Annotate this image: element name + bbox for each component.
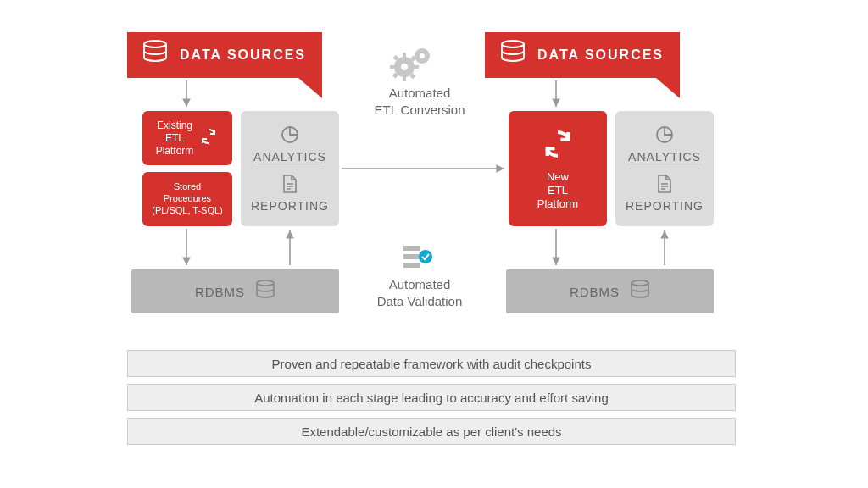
divider xyxy=(630,169,698,169)
analytics-label: ANALYTICS xyxy=(253,150,326,164)
rdbms-label: RDBMS xyxy=(195,285,245,299)
svg-rect-11 xyxy=(414,65,419,69)
rdbms-label: RDBMS xyxy=(570,285,620,299)
existing-etl-box: Existing ETL Platform xyxy=(142,111,232,165)
database-icon xyxy=(142,40,168,70)
flag-title: DATA SOURCES xyxy=(537,47,664,63)
svg-point-5 xyxy=(401,64,408,70)
database-icon xyxy=(630,280,650,304)
rdbms-right: RDBMS xyxy=(506,269,714,313)
bar-text: Proven and repeatable framework with aud… xyxy=(272,357,592,371)
rdbms-left: RDBMS xyxy=(131,269,339,313)
stored-procedures-box: Stored Procedures (PL/SQL, T-SQL) xyxy=(142,172,232,226)
sp-label: Stored Procedures (PL/SQL, T-SQL) xyxy=(152,181,223,216)
pie-icon xyxy=(655,125,674,147)
data-sources-flag-left: DATA SOURCES xyxy=(127,32,322,78)
benefit-bar-2: Automation in each stage leading to accu… xyxy=(127,384,736,411)
svg-point-7 xyxy=(420,53,425,58)
refresh-icon xyxy=(540,126,576,165)
validation-icon xyxy=(400,244,434,276)
etl-conversion-note: Automated ETL Conversion xyxy=(364,85,475,118)
diagram-canvas: DATA SOURCES DATA SOURCES Existing ETL P… xyxy=(0,0,868,488)
data-sources-flag-right: DATA SOURCES xyxy=(485,32,680,78)
pie-icon xyxy=(281,125,299,147)
benefit-bar-1: Proven and repeatable framework with aud… xyxy=(127,350,736,377)
database-icon xyxy=(500,40,526,70)
analytics-label: ANALYTICS xyxy=(628,150,701,164)
gears-icon xyxy=(390,44,437,85)
refresh-icon xyxy=(198,126,219,150)
svg-rect-10 xyxy=(390,65,395,69)
bar-text: Automation in each stage leading to accu… xyxy=(254,391,609,405)
svg-point-19 xyxy=(419,250,432,263)
data-validation-note: Automated Data Validation xyxy=(364,276,475,309)
database-icon xyxy=(255,280,275,304)
flag-title: DATA SOURCES xyxy=(180,47,306,63)
new-etl-label: New ETL Platform xyxy=(537,170,578,212)
flag-tail-right xyxy=(656,78,680,98)
svg-rect-17 xyxy=(403,254,420,259)
svg-rect-18 xyxy=(403,263,420,268)
reporting-label: REPORTING xyxy=(626,199,704,213)
svg-rect-9 xyxy=(403,76,406,81)
reporting-label: REPORTING xyxy=(251,199,329,213)
benefit-bar-3: Extendable/customizable as per client's … xyxy=(127,418,736,445)
svg-point-0 xyxy=(144,41,166,47)
svg-point-3 xyxy=(632,280,648,286)
document-icon xyxy=(282,175,298,196)
analytics-reporting-left: ANALYTICS REPORTING xyxy=(241,111,339,226)
analytics-reporting-right: ANALYTICS REPORTING xyxy=(615,111,714,226)
svg-point-2 xyxy=(257,280,274,286)
bar-text: Extendable/customizable as per client's … xyxy=(301,424,561,439)
document-icon xyxy=(657,175,672,196)
svg-point-1 xyxy=(502,41,524,47)
new-etl-box: New ETL Platform xyxy=(509,111,607,226)
svg-rect-16 xyxy=(403,246,420,251)
flag-tail-left xyxy=(298,78,322,98)
divider xyxy=(255,169,324,169)
etl-label: Existing ETL Platform xyxy=(156,119,194,158)
svg-rect-8 xyxy=(403,53,406,58)
